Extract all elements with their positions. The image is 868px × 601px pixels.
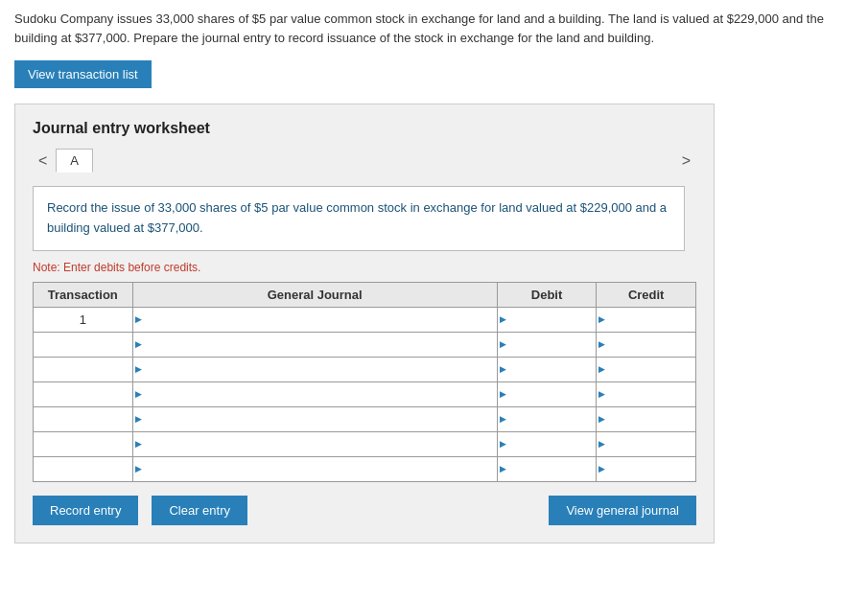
table-row-num-0: 1	[34, 307, 133, 332]
table-row-num-2	[34, 357, 133, 381]
credit-input-4[interactable]	[597, 407, 695, 431]
view-general-journal-button[interactable]: View general journal	[549, 496, 696, 525]
tab-navigation: < A >	[33, 149, 696, 173]
col-header-transaction: Transaction	[34, 282, 133, 307]
table-row-debit-3[interactable]	[497, 381, 597, 406]
credit-input-3[interactable]	[597, 382, 695, 406]
journal-input-4[interactable]	[133, 407, 497, 431]
table-row-debit-4[interactable]	[497, 406, 597, 431]
table-row-num-6	[34, 456, 133, 481]
debit-input-2[interactable]	[498, 358, 597, 381]
table-row-num-5	[34, 431, 133, 456]
clear-entry-button[interactable]: Clear entry	[152, 496, 247, 525]
table-row-num-4	[34, 406, 133, 431]
table-row-debit-5[interactable]	[497, 431, 597, 456]
credit-input-5[interactable]	[597, 432, 695, 456]
credit-input-2[interactable]	[597, 358, 695, 381]
journal-table: Transaction General Journal Debit Credit…	[33, 282, 696, 482]
tab-a[interactable]: A	[56, 149, 93, 173]
table-row-credit-2[interactable]	[597, 357, 696, 381]
table-row-credit-1[interactable]	[597, 332, 696, 357]
table-row-journal-1[interactable]	[132, 332, 497, 357]
table-row-credit-6[interactable]	[597, 456, 696, 481]
debit-input-3[interactable]	[498, 382, 597, 406]
credit-input-1[interactable]	[597, 333, 695, 357]
debit-input-1[interactable]	[498, 333, 597, 357]
note-text: Note: Enter debits before credits.	[33, 261, 696, 274]
table-row-debit-0[interactable]	[497, 307, 597, 332]
debit-input-6[interactable]	[498, 457, 597, 481]
debit-input-4[interactable]	[498, 407, 597, 431]
journal-input-5[interactable]	[133, 432, 497, 456]
debit-input-0[interactable]	[498, 308, 597, 332]
table-row-num-3	[34, 381, 133, 406]
view-transaction-button[interactable]: View transaction list	[14, 60, 152, 88]
table-row-debit-6[interactable]	[497, 456, 597, 481]
journal-input-6[interactable]	[133, 457, 497, 481]
credit-input-0[interactable]	[597, 308, 695, 332]
next-tab-arrow[interactable]: >	[676, 150, 696, 172]
journal-input-3[interactable]	[133, 382, 497, 406]
table-row-credit-0[interactable]	[597, 307, 696, 332]
table-row-credit-5[interactable]	[597, 431, 696, 456]
bottom-buttons: Record entry Clear entry View general jo…	[33, 496, 696, 525]
journal-input-0[interactable]	[133, 308, 497, 332]
table-row-debit-2[interactable]	[497, 357, 597, 381]
credit-input-6[interactable]	[597, 457, 695, 481]
col-header-credit: Credit	[597, 282, 696, 307]
table-row-journal-5[interactable]	[132, 431, 497, 456]
col-header-debit: Debit	[497, 282, 597, 307]
worksheet-container: Journal entry worksheet < A > Record the…	[14, 104, 715, 543]
table-row-credit-4[interactable]	[597, 406, 696, 431]
problem-text: Sudoku Company issues 33,000 shares of $…	[14, 10, 849, 47]
prev-tab-arrow[interactable]: <	[33, 150, 53, 172]
table-row-num-1	[34, 332, 133, 357]
record-entry-button[interactable]: Record entry	[33, 496, 138, 525]
table-row-journal-0[interactable]	[132, 307, 497, 332]
journal-input-2[interactable]	[133, 358, 497, 381]
table-row-debit-1[interactable]	[497, 332, 597, 357]
debit-input-5[interactable]	[498, 432, 597, 456]
table-row-journal-2[interactable]	[132, 357, 497, 381]
table-row-journal-3[interactable]	[132, 381, 497, 406]
instruction-box: Record the issue of 33,000 shares of $5 …	[33, 186, 685, 251]
table-row-journal-4[interactable]	[132, 406, 497, 431]
worksheet-title: Journal entry worksheet	[33, 120, 696, 137]
col-header-general-journal: General Journal	[132, 282, 497, 307]
journal-input-1[interactable]	[133, 333, 497, 357]
table-row-credit-3[interactable]	[597, 381, 696, 406]
table-row-journal-6[interactable]	[132, 456, 497, 481]
